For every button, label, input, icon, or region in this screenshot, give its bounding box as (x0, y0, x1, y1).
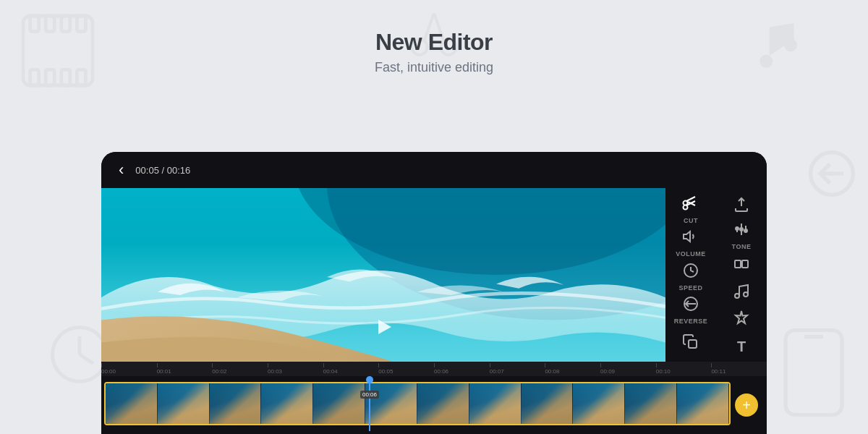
ruler-mark-0: 00:00 (101, 362, 157, 376)
frame-10 (625, 383, 677, 424)
page-title: New Editor (0, 29, 868, 56)
tool-copy[interactable] (669, 328, 712, 359)
frame-3 (261, 383, 313, 424)
tool-cut[interactable]: CUT (669, 194, 712, 224)
tool-volume[interactable]: VOLUME (669, 227, 712, 258)
frame-4 (313, 383, 365, 424)
right-toolbar: CUT VOLUME (665, 188, 767, 362)
frame-0 (106, 383, 158, 424)
track-frames (104, 382, 731, 425)
frame-7 (469, 383, 522, 424)
svg-point-45 (744, 229, 747, 232)
cut-icon (682, 195, 699, 215)
toolbar-col-right: TONE (716, 188, 767, 362)
ruler-mark-3: 00:03 (268, 362, 323, 376)
volume-label: VOLUME (676, 250, 706, 258)
tool-trim[interactable] (720, 253, 763, 277)
svg-point-9 (53, 328, 107, 382)
device-frame: ‹ 00:05 / 00:16 (101, 152, 767, 434)
svg-point-48 (735, 294, 739, 298)
tool-effects[interactable] (720, 307, 763, 331)
ruler-marks: 00:00 00:01 00:02 00:03 00:04 (101, 362, 767, 376)
svg-point-49 (744, 292, 748, 297)
volume-icon (682, 228, 699, 248)
tool-reverse[interactable]: REVERSE (669, 294, 712, 325)
svg-line-11 (80, 354, 93, 364)
svg-rect-39 (689, 340, 697, 348)
trim-icon (733, 255, 750, 276)
speed-icon (682, 262, 699, 282)
header: New Editor Fast, intuitive editing (0, 0, 868, 75)
frame-8 (522, 383, 574, 424)
timeline-area: 00:00 00:01 00:02 00:03 00:04 (101, 362, 767, 434)
ruler-mark-11: 00:11 (711, 362, 767, 376)
speed-label: SPEED (678, 284, 702, 292)
frame-1 (158, 383, 210, 424)
copy-icon (682, 333, 699, 354)
tool-tone[interactable]: TONE (720, 221, 763, 250)
frame-5 (365, 383, 417, 424)
video-preview (101, 188, 665, 362)
tone-icon (733, 221, 750, 241)
svg-rect-47 (742, 260, 748, 268)
ruler-mark-7: 00:07 (490, 362, 545, 376)
ruler-mark-9: 00:09 (600, 362, 656, 376)
svg-rect-12 (786, 331, 842, 415)
frame-9 (573, 383, 625, 424)
music-icon (733, 283, 750, 303)
timeline-track[interactable]: 00:06 + (101, 376, 767, 434)
svg-point-41 (740, 228, 743, 231)
reverse-label: REVERSE (674, 318, 708, 325)
svg-marker-36 (684, 231, 690, 242)
time-display: 00:05 / 00:16 (135, 165, 190, 176)
ruler-mark-8: 00:08 (545, 362, 600, 376)
tool-export[interactable] (720, 194, 763, 218)
ruler-mark-6: 00:06 (434, 362, 490, 376)
timeline-ruler: 00:00 00:01 00:02 00:03 00:04 (101, 362, 767, 376)
svg-point-43 (736, 227, 739, 230)
play-button[interactable] (370, 314, 396, 340)
ruler-mark-2: 00:02 (212, 362, 268, 376)
playhead[interactable] (369, 379, 370, 431)
tone-label: TONE (732, 243, 752, 250)
page-subtitle: Fast, intuitive editing (0, 60, 868, 75)
tool-text[interactable]: T (720, 335, 763, 359)
reverse-icon (682, 295, 699, 315)
device-content: CUT VOLUME (101, 188, 767, 362)
tool-speed[interactable]: SPEED (669, 261, 712, 292)
svg-rect-46 (735, 260, 741, 268)
add-clip-button[interactable]: + (735, 393, 758, 417)
device-topbar: ‹ 00:05 / 00:16 (101, 152, 767, 188)
text-icon: T (737, 339, 746, 354)
ruler-mark-4: 00:04 (323, 362, 379, 376)
tool-music[interactable] (720, 281, 763, 305)
toolbar-col-left: CUT VOLUME (665, 188, 716, 362)
ruler-mark-1: 00:01 (157, 362, 213, 376)
ruler-mark-5: 00:05 (378, 362, 434, 376)
back-button[interactable]: ‹ (113, 158, 129, 182)
frame-6 (417, 383, 469, 424)
frame-11 (677, 383, 729, 424)
cut-label: CUT (684, 217, 698, 224)
frame-2 (210, 383, 262, 424)
effects-icon (733, 310, 750, 330)
svg-point-18 (811, 153, 854, 195)
export-icon (733, 196, 750, 216)
playhead-label: 00:06 (360, 391, 379, 399)
ruler-mark-10: 00:10 (656, 362, 712, 376)
